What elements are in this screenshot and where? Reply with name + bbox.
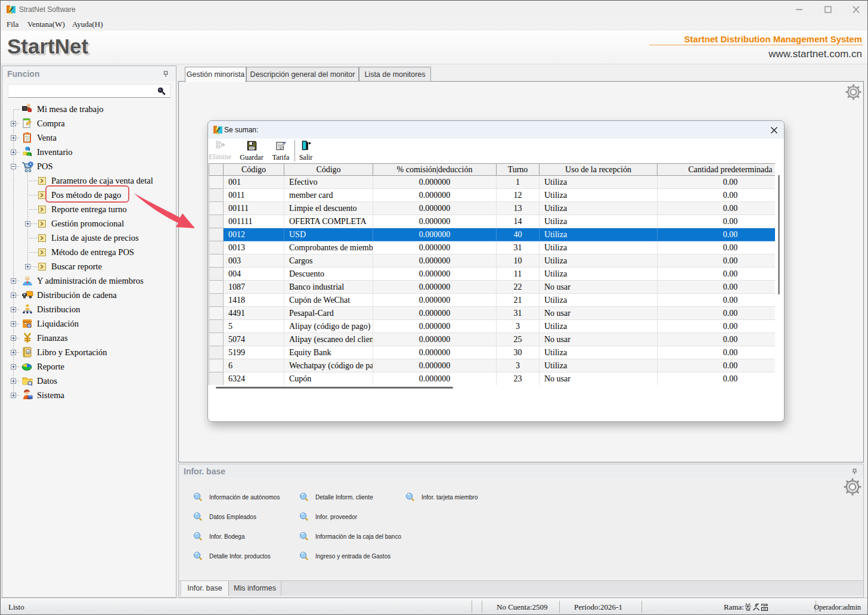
svg-text:@: @ [26,350,30,355]
